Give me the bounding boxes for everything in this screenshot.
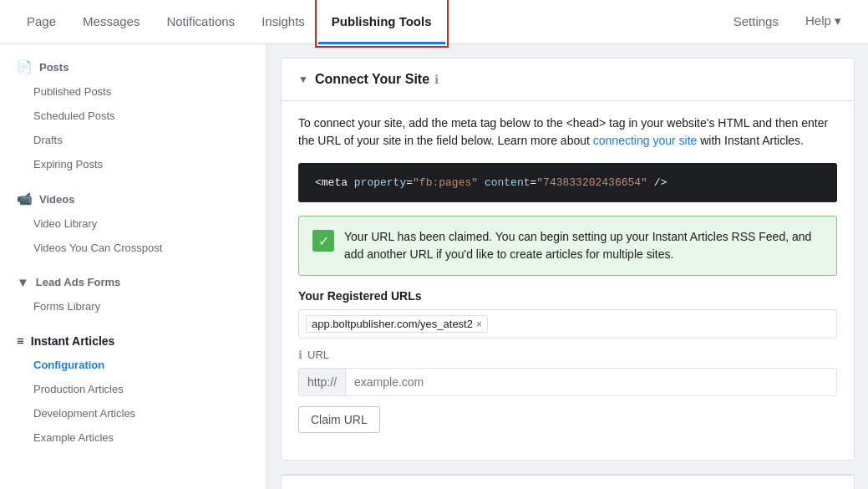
sidebar-item-forms-library[interactable]: Forms Library [0,294,266,318]
sidebar-item-example-articles[interactable]: Example Articles [0,425,266,450]
success-message: Your URL has been claimed. You can begin… [344,228,823,263]
sidebar-item-drafts[interactable]: Drafts [0,128,266,152]
connect-site-title: Connect Your Site [315,72,429,87]
success-check-icon: ✓ [312,230,334,252]
sidebar-item-published-posts[interactable]: Published Posts [0,79,266,104]
production-rss-feed-card: ▶ Production RSS Feed [281,474,855,489]
posts-icon: 📄 [17,59,33,74]
meta-tag-code-block: <meta property="fb:pages" content="74383… [298,163,837,202]
production-rss-feed-header[interactable]: ▶ Production RSS Feed [282,475,854,489]
sidebar-section-posts[interactable]: 📄 Posts [0,51,266,79]
sidebar-section-videos[interactable]: 📹 Videos [0,183,266,211]
claim-url-button[interactable]: Claim URL [298,406,380,433]
url-input[interactable] [346,369,836,395]
nav-right-group: Settings Help ▾ [720,0,855,43]
url-info-icon: ℹ [298,349,302,361]
connect-your-site-header[interactable]: ▼ Connect Your Site ℹ [282,59,854,101]
url-tag-remove-icon[interactable]: × [476,318,482,330]
sidebar-item-scheduled-posts[interactable]: Scheduled Posts [0,104,266,128]
connect-your-site-card: ▼ Connect Your Site ℹ To connect your si… [281,58,855,461]
sidebar-item-development-articles[interactable]: Development Articles [0,401,266,425]
sidebar-item-configuration[interactable]: Configuration [0,353,266,377]
sidebar-item-video-library[interactable]: Video Library [0,211,266,236]
videos-label: Videos [39,193,74,206]
nav-insights[interactable]: Insights [248,0,318,44]
nav-messages[interactable]: Messages [69,0,153,44]
registered-urls-label: Your Registered URLs [298,289,837,303]
url-tag: app.boltpublisher.com/yes_atest2 × [306,315,488,333]
sidebar-item-crosspost-videos[interactable]: Videos You Can Crosspost [0,236,266,260]
sidebar: 📄 Posts Published Posts Scheduled Posts … [0,44,267,489]
nav-help[interactable]: Help ▾ [792,0,855,44]
lead-ads-label: Lead Ads Forms [36,276,120,288]
sidebar-section-instant-articles[interactable]: ≡ Instant Articles [0,325,266,353]
lead-ads-icon: ▼ [17,275,29,289]
top-navigation: Page Messages Notifications Insights Pub… [0,0,868,44]
posts-label: Posts [39,61,69,74]
nav-settings[interactable]: Settings [720,0,792,44]
url-prefix: http:// [299,369,346,395]
instant-articles-label: Instant Articles [31,334,115,348]
connect-site-description: To connect your site, add the meta tag b… [298,115,837,150]
url-tag-text: app.boltpublisher.com/yes_atest2 [312,318,473,330]
page-layout: 📄 Posts Published Posts Scheduled Posts … [0,44,868,489]
connect-site-body: To connect your site, add the meta tag b… [282,101,854,460]
nav-notifications[interactable]: Notifications [153,0,248,44]
url-input-group: http:// [298,368,837,396]
sidebar-item-production-articles[interactable]: Production Articles [0,377,266,401]
sidebar-section-lead-ads-forms[interactable]: ▼ Lead Ads Forms [0,267,266,294]
url-field-label: URL [307,349,329,361]
info-icon[interactable]: ℹ [434,73,439,86]
url-field-label-row: ℹ URL [298,349,837,361]
connecting-your-site-link[interactable]: connecting your site [593,134,698,147]
videos-icon: 📹 [17,191,33,206]
success-banner: ✓ Your URL has been claimed. You can beg… [298,216,837,276]
sidebar-item-expiring-posts[interactable]: Expiring Posts [0,152,266,176]
connect-site-chevron-icon: ▼ [298,74,308,85]
main-content: ▼ Connect Your Site ℹ To connect your si… [267,44,868,489]
nav-publishing-tools[interactable]: Publishing Tools [318,0,445,44]
nav-page[interactable]: Page [13,0,69,44]
registered-url-container: app.boltpublisher.com/yes_atest2 × [298,309,837,339]
instant-articles-icon: ≡ [17,334,24,348]
